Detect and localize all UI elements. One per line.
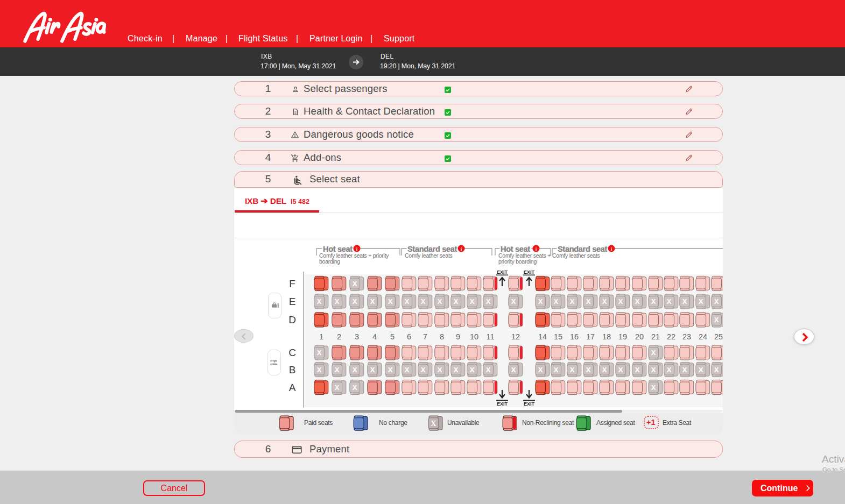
svg-text:X: X bbox=[586, 297, 591, 306]
svg-text:EXIT: EXIT bbox=[497, 401, 508, 407]
svg-text:10: 10 bbox=[470, 332, 478, 341]
svg-text:X: X bbox=[699, 366, 703, 374]
svg-text:17: 17 bbox=[586, 332, 595, 341]
svg-text:X: X bbox=[699, 297, 703, 306]
svg-text:X: X bbox=[714, 297, 719, 306]
svg-text:X: X bbox=[570, 297, 575, 306]
svg-text:B: B bbox=[289, 364, 296, 375]
svg-text:X: X bbox=[353, 384, 357, 392]
svg-text:X: X bbox=[317, 349, 322, 357]
svg-text:X: X bbox=[682, 297, 687, 306]
svg-text:X: X bbox=[602, 297, 607, 306]
svg-text:X: X bbox=[554, 366, 559, 374]
svg-text:X: X bbox=[586, 366, 591, 374]
svg-text:E: E bbox=[289, 296, 296, 307]
svg-text:X: X bbox=[618, 297, 623, 306]
svg-text:X: X bbox=[651, 384, 656, 392]
svg-text:X: X bbox=[554, 297, 559, 306]
svg-text:X: X bbox=[438, 297, 442, 306]
svg-text:Comfy leather seats: Comfy leather seats bbox=[552, 252, 600, 259]
svg-text:X: X bbox=[431, 420, 436, 428]
svg-text:X: X bbox=[421, 297, 426, 306]
svg-text:X: X bbox=[667, 366, 672, 374]
svg-text:X: X bbox=[651, 349, 656, 357]
svg-text:F: F bbox=[289, 278, 295, 289]
svg-text:25: 25 bbox=[714, 332, 723, 341]
svg-text:19: 19 bbox=[618, 332, 627, 341]
svg-text:24: 24 bbox=[699, 332, 707, 341]
svg-text:X: X bbox=[570, 366, 575, 374]
svg-text:X: X bbox=[470, 297, 475, 306]
svg-text:X: X bbox=[714, 316, 719, 324]
svg-text:X: X bbox=[421, 366, 426, 374]
svg-text:X: X bbox=[335, 366, 340, 374]
svg-text:23: 23 bbox=[682, 332, 691, 341]
svg-text:X: X bbox=[714, 366, 719, 374]
svg-text:X: X bbox=[405, 297, 410, 306]
svg-text:X: X bbox=[353, 280, 357, 288]
svg-text:2: 2 bbox=[337, 332, 341, 341]
svg-text:X: X bbox=[353, 366, 357, 374]
svg-text:X: X bbox=[370, 297, 375, 306]
svg-text:Comfy leather seats: Comfy leather seats bbox=[405, 252, 453, 259]
svg-text:D: D bbox=[288, 314, 296, 325]
svg-text:X: X bbox=[317, 366, 322, 374]
svg-text:priority boarding: priority boarding bbox=[498, 258, 537, 265]
svg-text:boarding: boarding bbox=[319, 258, 340, 265]
svg-text:EXIT: EXIT bbox=[524, 401, 535, 407]
svg-text:EXIT: EXIT bbox=[524, 269, 535, 275]
svg-text:18: 18 bbox=[602, 332, 611, 341]
svg-text:X: X bbox=[486, 366, 491, 374]
svg-text:X: X bbox=[635, 366, 640, 374]
svg-text:X: X bbox=[454, 297, 459, 306]
svg-text:X: X bbox=[682, 366, 687, 374]
svg-text:1: 1 bbox=[319, 332, 323, 341]
svg-text:X: X bbox=[370, 366, 375, 374]
svg-text:X: X bbox=[486, 297, 491, 306]
svg-text:X: X bbox=[388, 366, 393, 374]
svg-text:12: 12 bbox=[511, 332, 520, 341]
svg-text:22: 22 bbox=[667, 332, 675, 341]
svg-text:X: X bbox=[335, 384, 340, 392]
svg-text:X: X bbox=[538, 366, 543, 374]
svg-text:X: X bbox=[651, 366, 656, 374]
svg-text:14: 14 bbox=[538, 332, 547, 341]
svg-text:20: 20 bbox=[635, 332, 644, 341]
svg-text:X: X bbox=[667, 297, 672, 306]
svg-text:X: X bbox=[388, 297, 393, 306]
svg-text:A: A bbox=[289, 382, 296, 393]
svg-text:15: 15 bbox=[554, 332, 562, 341]
svg-text:X: X bbox=[438, 366, 442, 374]
svg-text:X: X bbox=[618, 366, 623, 374]
svg-text:8: 8 bbox=[440, 332, 444, 341]
svg-text:21: 21 bbox=[651, 332, 660, 341]
svg-text:X: X bbox=[511, 366, 516, 374]
svg-text:11: 11 bbox=[486, 332, 494, 341]
svg-text:X: X bbox=[538, 297, 543, 306]
svg-text:C: C bbox=[288, 347, 296, 358]
svg-text:9: 9 bbox=[456, 332, 460, 341]
svg-text:X: X bbox=[602, 366, 607, 374]
svg-text:X: X bbox=[335, 297, 340, 306]
svg-text:EXIT: EXIT bbox=[497, 269, 508, 275]
svg-text:X: X bbox=[317, 297, 322, 306]
svg-text:3: 3 bbox=[355, 332, 359, 341]
svg-text:X: X bbox=[470, 366, 475, 374]
svg-text:4: 4 bbox=[372, 332, 377, 341]
svg-text:X: X bbox=[651, 297, 656, 306]
svg-text:16: 16 bbox=[570, 332, 579, 341]
svg-text:6: 6 bbox=[407, 332, 411, 341]
svg-text:7: 7 bbox=[423, 332, 427, 341]
svg-text:X: X bbox=[353, 297, 357, 306]
svg-text:X: X bbox=[405, 366, 410, 374]
svg-text:5: 5 bbox=[390, 332, 395, 341]
svg-text:X: X bbox=[635, 297, 640, 306]
svg-text:X: X bbox=[454, 366, 459, 374]
svg-text:X: X bbox=[511, 297, 516, 306]
